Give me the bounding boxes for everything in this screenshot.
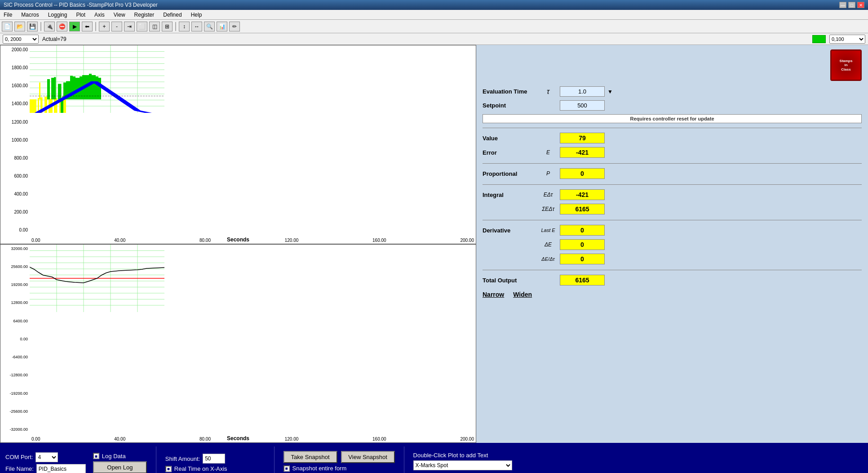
svg-rect-44 xyxy=(39,83,40,100)
menu-plot[interactable]: Plot xyxy=(74,11,87,18)
narrow-widen-row: Narrow Widen xyxy=(483,291,862,298)
menu-help[interactable]: Help xyxy=(189,11,204,18)
menu-macros[interactable]: Macros xyxy=(19,11,40,18)
run-btn[interactable]: ▶ xyxy=(69,22,80,31)
open-btn[interactable]: 📂 xyxy=(14,22,25,31)
tb-btn11[interactable]: ✏ xyxy=(229,22,240,31)
stamps-logo: StampsinClass xyxy=(830,49,862,81)
text-style-select[interactable]: X-Marks Spot xyxy=(413,460,512,470)
value-display: 79 xyxy=(560,133,605,143)
menu-axis[interactable]: Axis xyxy=(93,11,106,18)
derivative-sym2: ΔE xyxy=(539,241,557,248)
snapshot-entire-checkbox[interactable] xyxy=(283,465,290,472)
col-log: Log Data Open Log Delete Log xyxy=(93,446,147,473)
snapshot-entire-row: Snapshot entire form xyxy=(283,465,395,472)
tb-btn1[interactable]: + xyxy=(99,22,110,31)
charts-panel: 2000.001800.001600.00 1400.001200.001000… xyxy=(0,45,476,443)
proportional-row: Proportional P 0 xyxy=(483,168,862,179)
chart2-x-axis: 0.0040.0080.00120.00160.00200.00 xyxy=(30,437,476,442)
chart1-y-axis: 2000.001800.001600.00 1400.001200.001000… xyxy=(0,45,30,235)
save-btn[interactable]: 💾 xyxy=(27,22,38,31)
chart1-x-label: Seconds xyxy=(227,236,249,243)
status-led-green xyxy=(812,35,826,43)
real-time-row: Real Time on X-Axis xyxy=(165,465,265,472)
svg-rect-18 xyxy=(34,99,36,113)
tb-btn9[interactable]: 🔍 xyxy=(204,22,215,31)
integral-display1: -421 xyxy=(560,189,605,200)
error-display: -421 xyxy=(560,147,605,158)
menu-logging[interactable]: Logging xyxy=(46,11,69,18)
chart2-x-label: Seconds xyxy=(227,435,249,442)
window-controls[interactable]: — □ ✕ xyxy=(839,2,864,8)
tb-btn5[interactable]: ◫ xyxy=(149,22,160,31)
derivative-sym1: Last E xyxy=(539,228,557,233)
minimize-btn[interactable]: — xyxy=(839,2,846,8)
derivative-row3: ΔE/Δτ 0 xyxy=(483,254,862,264)
svg-rect-26 xyxy=(47,79,50,99)
disconnect-btn[interactable]: ⛔ xyxy=(57,22,67,31)
take-snapshot-btn[interactable]: Take Snapshot xyxy=(283,451,337,463)
com-port-label: COM Port: xyxy=(5,454,33,460)
proportional-sym: P xyxy=(539,170,557,177)
svg-rect-27 xyxy=(51,78,54,99)
menu-defined[interactable]: Defined xyxy=(161,11,183,18)
narrow-btn[interactable]: Narrow xyxy=(483,291,504,298)
real-time-checkbox[interactable] xyxy=(165,466,172,472)
value-row: Value 79 xyxy=(483,133,862,143)
setpoint-row: Setpoint xyxy=(483,100,862,111)
total-output-display: 6165 xyxy=(560,275,605,286)
col-snapshot: Take Snapshot View Snapshot Snapshot ent… xyxy=(283,446,395,473)
tb-btn6[interactable]: ⊞ xyxy=(162,22,173,31)
range-select[interactable]: 0, 2000 xyxy=(3,35,39,44)
file-name-input[interactable] xyxy=(36,464,86,473)
chart2-svg xyxy=(30,245,164,312)
eval-time-sym: τ xyxy=(539,88,557,96)
actual-value: Actual=79 xyxy=(42,36,66,42)
setpoint-input[interactable] xyxy=(560,100,605,111)
tb-btn7[interactable]: ↕ xyxy=(179,22,190,31)
close-btn[interactable]: ✕ xyxy=(857,2,864,8)
shift-amount-input[interactable] xyxy=(203,454,225,464)
menu-view[interactable]: View xyxy=(112,11,127,18)
reset-notice: Requires controller reset for update xyxy=(483,114,862,123)
derivative-display2: 0 xyxy=(560,239,605,250)
menu-register[interactable]: Register xyxy=(133,11,156,18)
widen-btn[interactable]: Widen xyxy=(513,291,532,298)
menu-file[interactable]: File xyxy=(2,11,14,18)
proportional-label: Proportional xyxy=(483,170,536,177)
col-settings: Shift Amount: Real Time on X-Axis Save S… xyxy=(165,446,265,473)
derivative-display1: 0 xyxy=(560,225,605,236)
eval-time-row: Evaluation Time τ ▼ xyxy=(483,86,862,97)
derivative-display3: 0 xyxy=(560,254,605,264)
maximize-btn[interactable]: □ xyxy=(848,2,855,8)
setpoint-label: Setpoint xyxy=(483,102,536,109)
error-row: Error E -421 xyxy=(483,147,862,158)
title-text: SIC Process Control -- PID Basics -Stamp… xyxy=(4,2,158,8)
tb-btn2[interactable]: - xyxy=(111,22,122,31)
titlebar: SIC Process Control -- PID Basics -Stamp… xyxy=(0,0,868,10)
total-output-row: Total Output 6165 xyxy=(483,275,862,286)
range2-select[interactable]: 0,100 xyxy=(829,35,865,44)
open-log-btn[interactable]: Open Log xyxy=(93,461,147,473)
tb-btn4[interactable]: ⬜ xyxy=(137,22,147,31)
tb-btn3[interactable]: ⇥ xyxy=(124,22,135,31)
tb-btn8[interactable]: ↔ xyxy=(191,22,202,31)
com-port-select[interactable]: 4 xyxy=(35,452,58,462)
tb-btn10[interactable]: 📊 xyxy=(217,22,227,31)
col-com: COM Port: 4 File Name: Auto Scale Y xyxy=(5,446,86,473)
col-text: Double-Click Plot to add Text X-Marks Sp… xyxy=(413,446,863,473)
log-data-checkbox[interactable] xyxy=(93,453,99,459)
svg-rect-23 xyxy=(54,98,58,113)
new-btn[interactable]: 📄 xyxy=(2,22,13,31)
integral-row2: ΣEΔτ 6165 xyxy=(483,204,862,214)
connect-btn[interactable]: 🔌 xyxy=(44,22,55,31)
eval-time-input[interactable] xyxy=(560,86,605,97)
stop-btn[interactable]: ⬅ xyxy=(82,22,93,31)
error-label: Error xyxy=(483,149,536,156)
view-snapshot-btn[interactable]: View Snapshot xyxy=(341,451,395,463)
toolbar: 📄 📂 💾 🔌 ⛔ ▶ ⬅ + - ⇥ ⬜ ◫ ⊞ ↕ ↔ 🔍 📊 ✏ xyxy=(0,20,868,33)
chart1[interactable]: 2000.001800.001600.00 1400.001200.001000… xyxy=(0,45,476,244)
chart2[interactable]: 32000.0025600.0019200.00 12800.006400.00… xyxy=(0,244,476,443)
svg-rect-17 xyxy=(30,99,34,113)
svg-rect-38 xyxy=(89,74,92,99)
